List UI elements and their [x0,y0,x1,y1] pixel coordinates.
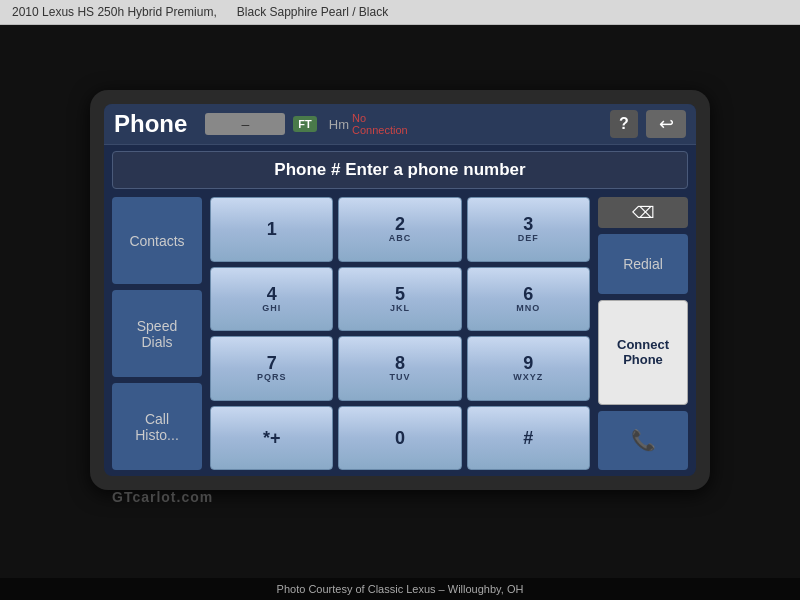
connect-phone-button[interactable]: ConnectPhone [598,300,688,405]
dialpad-area: 1 2ABC 3DEF 4GHI 5JKL 6MNO 7PQRS 8TUV [210,197,590,470]
dial-5[interactable]: 5JKL [338,267,461,332]
hm-section: Hm NoConnection [329,112,408,136]
dialpad-row-4: *+ 0 # [210,406,590,471]
dial-0[interactable]: 0 [338,406,461,471]
dial-hash[interactable]: # [467,406,590,471]
car-color: Black Sapphire Pearl / Black [237,5,388,19]
no-connection-label: NoConnection [352,112,408,136]
dial-star[interactable]: *+ [210,406,333,471]
backspace-icon: ⌫ [632,203,655,222]
hm-label: Hm [329,117,349,132]
dial-6[interactable]: 6MNO [467,267,590,332]
dialpad-row-2: 4GHI 5JKL 6MNO [210,267,590,332]
phone-icon: 📞 [631,428,656,452]
dial-8[interactable]: 8TUV [338,336,461,401]
dialpad-row-1: 1 2ABC 3DEF [210,197,590,262]
screen-bezel: Phone – FT Hm NoConnection ? ↩ Phone # E… [90,90,710,490]
dial-9[interactable]: 9WXYZ [467,336,590,401]
phone-number-bar: Phone # Enter a phone number [112,151,688,189]
back-button[interactable]: ↩ [646,110,686,138]
dialpad-row-3: 7PQRS 8TUV 9WXYZ [210,336,590,401]
dial-4[interactable]: 4GHI [210,267,333,332]
left-sidebar: Contacts SpeedDials CallHisto... [112,197,202,470]
redial-button[interactable]: Redial [598,234,688,294]
watermark: GTcarlot.com [112,489,213,505]
title-bar: 2010 Lexus HS 250h Hybrid Premium, Black… [0,0,800,25]
right-panel: ⌫ Redial ConnectPhone 📞 [598,197,688,470]
full-page: 2010 Lexus HS 250h Hybrid Premium, Black… [0,0,800,600]
ft-badge: FT [293,116,316,132]
phone-title: Phone [114,110,187,138]
dial-1[interactable]: 1 [210,197,333,262]
screen-content: Contacts SpeedDials CallHisto... 1 2ABC … [104,193,696,476]
screen-header: Phone – FT Hm NoConnection ? ↩ [104,104,696,145]
photo-credit: Photo Courtesy of Classic Lexus – Willou… [0,578,800,600]
infotainment-screen: Phone – FT Hm NoConnection ? ↩ Phone # E… [104,104,696,476]
input-display: – [205,113,285,135]
call-button[interactable]: 📞 [598,411,688,471]
dial-7[interactable]: 7PQRS [210,336,333,401]
dial-2[interactable]: 2ABC [338,197,461,262]
backspace-button[interactable]: ⌫ [598,197,688,228]
dial-3[interactable]: 3DEF [467,197,590,262]
contacts-button[interactable]: Contacts [112,197,202,284]
car-title: 2010 Lexus HS 250h Hybrid Premium, [12,5,217,19]
call-history-button[interactable]: CallHisto... [112,383,202,470]
speed-dials-button[interactable]: SpeedDials [112,290,202,377]
help-button[interactable]: ? [610,110,638,138]
phone-number-prompt: Phone # Enter a phone number [274,160,525,179]
